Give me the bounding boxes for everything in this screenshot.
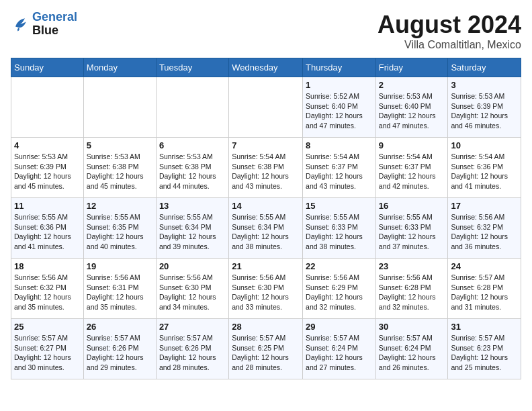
day-info: Sunrise: 5:53 AMSunset: 6:40 PMDaylight:… bbox=[379, 91, 445, 131]
calendar-cell: 22Sunrise: 5:56 AMSunset: 6:29 PMDayligh… bbox=[303, 259, 376, 319]
day-info: Sunrise: 5:56 AMSunset: 6:29 PMDaylight:… bbox=[306, 273, 373, 312]
day-info: Sunrise: 5:53 AMSunset: 6:38 PMDaylight:… bbox=[159, 152, 226, 191]
location-subtitle: Villa Comaltitlan, Mexico bbox=[378, 39, 521, 51]
day-info: Sunrise: 5:57 AMSunset: 6:23 PMDaylight:… bbox=[451, 333, 518, 373]
day-number: 11 bbox=[14, 201, 81, 211]
calendar-cell: 12Sunrise: 5:55 AMSunset: 6:35 PMDayligh… bbox=[83, 198, 156, 259]
day-number: 27 bbox=[159, 322, 226, 332]
day-number: 23 bbox=[379, 261, 445, 271]
weekday-header-thursday: Thursday bbox=[303, 58, 376, 77]
day-info: Sunrise: 5:55 AMSunset: 6:34 PMDaylight:… bbox=[232, 212, 300, 252]
day-info: Sunrise: 5:52 AMSunset: 6:40 PMDaylight:… bbox=[306, 91, 373, 131]
weekday-header-sunday: Sunday bbox=[11, 58, 84, 77]
logo-text: General Blue bbox=[32, 11, 77, 38]
calendar-cell: 16Sunrise: 5:55 AMSunset: 6:33 PMDayligh… bbox=[375, 198, 448, 259]
day-info: Sunrise: 5:57 AMSunset: 6:26 PMDaylight:… bbox=[159, 333, 226, 373]
day-info: Sunrise: 5:57 AMSunset: 6:25 PMDaylight:… bbox=[232, 333, 300, 373]
calendar-cell: 23Sunrise: 5:56 AMSunset: 6:28 PMDayligh… bbox=[375, 259, 448, 319]
day-number: 18 bbox=[14, 261, 81, 271]
calendar-cell: 4Sunrise: 5:53 AMSunset: 6:39 PMDaylight… bbox=[11, 138, 84, 198]
day-number: 2 bbox=[379, 80, 445, 90]
calendar-cell: 3Sunrise: 5:53 AMSunset: 6:39 PMDaylight… bbox=[448, 77, 521, 138]
calendar-cell: 24Sunrise: 5:57 AMSunset: 6:28 PMDayligh… bbox=[448, 259, 521, 319]
calendar-cell: 28Sunrise: 5:57 AMSunset: 6:25 PMDayligh… bbox=[229, 319, 303, 379]
calendar-cell: 18Sunrise: 5:56 AMSunset: 6:32 PMDayligh… bbox=[11, 259, 84, 319]
calendar-cell: 5Sunrise: 5:53 AMSunset: 6:38 PMDaylight… bbox=[83, 138, 156, 198]
day-number: 31 bbox=[451, 322, 518, 332]
day-number: 9 bbox=[379, 140, 445, 150]
day-info: Sunrise: 5:57 AMSunset: 6:24 PMDaylight:… bbox=[306, 333, 373, 373]
calendar-cell: 8Sunrise: 5:54 AMSunset: 6:37 PMDaylight… bbox=[303, 138, 376, 198]
calendar-cell: 29Sunrise: 5:57 AMSunset: 6:24 PMDayligh… bbox=[303, 319, 376, 379]
day-info: Sunrise: 5:56 AMSunset: 6:30 PMDaylight:… bbox=[159, 273, 226, 312]
calendar-cell bbox=[156, 77, 228, 138]
calendar-cell: 2Sunrise: 5:53 AMSunset: 6:40 PMDaylight… bbox=[375, 77, 448, 138]
day-number: 7 bbox=[232, 140, 300, 150]
day-number: 29 bbox=[306, 322, 373, 332]
day-number: 4 bbox=[14, 140, 81, 150]
day-number: 19 bbox=[87, 261, 153, 271]
calendar-cell: 11Sunrise: 5:55 AMSunset: 6:36 PMDayligh… bbox=[11, 198, 84, 259]
day-number: 16 bbox=[379, 201, 445, 211]
day-info: Sunrise: 5:54 AMSunset: 6:37 PMDaylight:… bbox=[306, 152, 373, 191]
day-info: Sunrise: 5:57 AMSunset: 6:26 PMDaylight:… bbox=[87, 333, 153, 373]
page-header: General Blue August 2024 Villa Comaltitl… bbox=[11, 11, 521, 51]
day-info: Sunrise: 5:56 AMSunset: 6:30 PMDaylight:… bbox=[232, 273, 300, 312]
calendar-cell bbox=[83, 77, 156, 138]
calendar-cell: 30Sunrise: 5:57 AMSunset: 6:24 PMDayligh… bbox=[375, 319, 448, 379]
day-number: 6 bbox=[159, 140, 226, 150]
day-number: 28 bbox=[232, 322, 300, 332]
day-number: 14 bbox=[232, 201, 300, 211]
day-info: Sunrise: 5:56 AMSunset: 6:28 PMDaylight:… bbox=[379, 273, 445, 312]
day-number: 13 bbox=[159, 201, 226, 211]
day-number: 12 bbox=[87, 201, 153, 211]
day-number: 30 bbox=[379, 322, 445, 332]
day-info: Sunrise: 5:56 AMSunset: 6:32 PMDaylight:… bbox=[14, 273, 81, 312]
calendar-cell bbox=[11, 77, 84, 138]
day-number: 20 bbox=[159, 261, 226, 271]
weekday-header-saturday: Saturday bbox=[448, 58, 521, 77]
day-info: Sunrise: 5:56 AMSunset: 6:31 PMDaylight:… bbox=[87, 273, 153, 312]
weekday-header-friday: Friday bbox=[375, 58, 448, 77]
day-number: 24 bbox=[451, 261, 518, 271]
calendar-cell: 1Sunrise: 5:52 AMSunset: 6:40 PMDaylight… bbox=[303, 77, 376, 138]
day-info: Sunrise: 5:55 AMSunset: 6:33 PMDaylight:… bbox=[306, 212, 373, 252]
day-info: Sunrise: 5:55 AMSunset: 6:33 PMDaylight:… bbox=[379, 212, 445, 252]
day-number: 3 bbox=[451, 80, 518, 90]
calendar-cell: 15Sunrise: 5:55 AMSunset: 6:33 PMDayligh… bbox=[303, 198, 376, 259]
calendar-cell: 7Sunrise: 5:54 AMSunset: 6:38 PMDaylight… bbox=[229, 138, 303, 198]
day-info: Sunrise: 5:55 AMSunset: 6:35 PMDaylight:… bbox=[87, 212, 153, 252]
calendar-table: SundayMondayTuesdayWednesdayThursdayFrid… bbox=[11, 58, 521, 379]
day-number: 1 bbox=[306, 80, 373, 90]
calendar-cell: 26Sunrise: 5:57 AMSunset: 6:26 PMDayligh… bbox=[83, 319, 156, 379]
day-info: Sunrise: 5:54 AMSunset: 6:38 PMDaylight:… bbox=[232, 152, 300, 191]
calendar-cell bbox=[229, 77, 303, 138]
calendar-cell: 14Sunrise: 5:55 AMSunset: 6:34 PMDayligh… bbox=[229, 198, 303, 259]
calendar-cell: 31Sunrise: 5:57 AMSunset: 6:23 PMDayligh… bbox=[448, 319, 521, 379]
calendar-cell: 21Sunrise: 5:56 AMSunset: 6:30 PMDayligh… bbox=[229, 259, 303, 319]
day-info: Sunrise: 5:55 AMSunset: 6:36 PMDaylight:… bbox=[14, 212, 81, 252]
day-number: 8 bbox=[306, 140, 373, 150]
calendar-cell: 17Sunrise: 5:56 AMSunset: 6:32 PMDayligh… bbox=[448, 198, 521, 259]
calendar-cell: 19Sunrise: 5:56 AMSunset: 6:31 PMDayligh… bbox=[83, 259, 156, 319]
calendar-cell: 10Sunrise: 5:54 AMSunset: 6:36 PMDayligh… bbox=[448, 138, 521, 198]
day-number: 5 bbox=[87, 140, 153, 150]
day-info: Sunrise: 5:57 AMSunset: 6:28 PMDaylight:… bbox=[451, 273, 518, 312]
weekday-header-wednesday: Wednesday bbox=[229, 58, 303, 77]
logo: General Blue bbox=[11, 11, 77, 38]
day-number: 21 bbox=[232, 261, 300, 271]
day-info: Sunrise: 5:53 AMSunset: 6:39 PMDaylight:… bbox=[14, 152, 81, 191]
day-info: Sunrise: 5:57 AMSunset: 6:24 PMDaylight:… bbox=[379, 333, 445, 373]
calendar-cell: 13Sunrise: 5:55 AMSunset: 6:34 PMDayligh… bbox=[156, 198, 228, 259]
weekday-header-monday: Monday bbox=[83, 58, 156, 77]
day-number: 26 bbox=[87, 322, 153, 332]
day-info: Sunrise: 5:53 AMSunset: 6:38 PMDaylight:… bbox=[87, 152, 153, 191]
day-number: 22 bbox=[306, 261, 373, 271]
day-number: 17 bbox=[451, 201, 518, 211]
calendar-cell: 25Sunrise: 5:57 AMSunset: 6:27 PMDayligh… bbox=[11, 319, 84, 379]
calendar-cell: 6Sunrise: 5:53 AMSunset: 6:38 PMDaylight… bbox=[156, 138, 228, 198]
day-number: 10 bbox=[451, 140, 518, 150]
logo-icon bbox=[11, 15, 30, 34]
day-info: Sunrise: 5:53 AMSunset: 6:39 PMDaylight:… bbox=[451, 91, 518, 131]
day-info: Sunrise: 5:57 AMSunset: 6:27 PMDaylight:… bbox=[14, 333, 81, 373]
